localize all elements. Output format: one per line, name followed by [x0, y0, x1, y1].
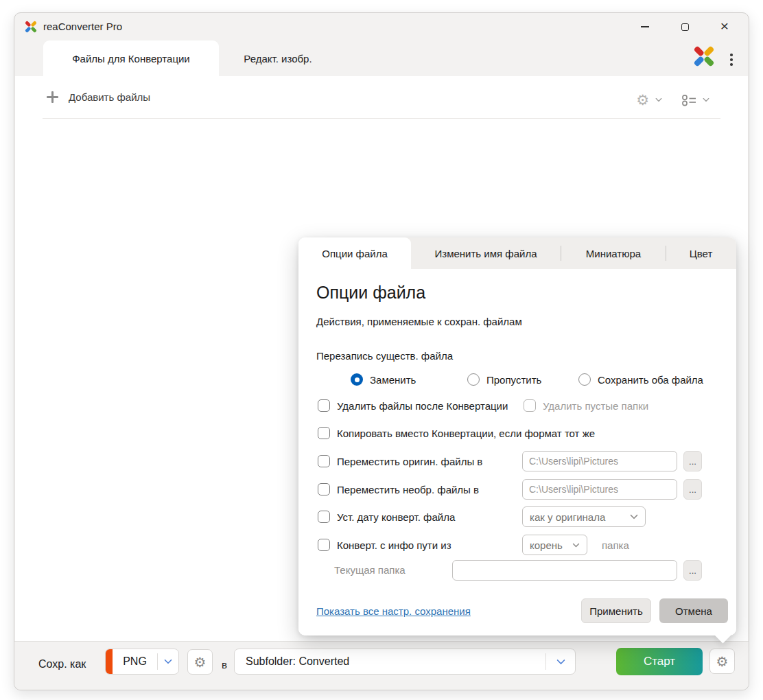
checkbox-move-original[interactable]: Переместить оригин. файлы в: [318, 455, 482, 467]
format-value: PNG: [113, 655, 157, 668]
move-unprocessed-path-input[interactable]: [522, 479, 677, 500]
show-all-save-settings-link[interactable]: Показать все настр. сохранения: [316, 605, 471, 617]
start-button[interactable]: Старт: [616, 648, 703, 675]
checkbox-set-date[interactable]: Уст. дату конверт. файла: [318, 511, 455, 523]
checkbox-icon: [318, 511, 330, 523]
chevron-down-icon[interactable]: [556, 659, 565, 665]
checkbox-icon: [318, 539, 330, 551]
radio-icon: [467, 373, 480, 386]
popover-tab-thumbnail[interactable]: Миниатюра: [561, 237, 666, 269]
browse-button[interactable]: ...: [683, 479, 702, 500]
plus-icon: [47, 91, 58, 103]
checkbox-icon: [318, 427, 330, 439]
radio-checked-icon: [351, 373, 363, 386]
tab-files-label: Файлы для Конвертации: [72, 53, 190, 65]
app-logo-icon: [23, 19, 38, 34]
current-folder-input[interactable]: [452, 560, 677, 581]
checkbox-convert-with-path[interactable]: Конверт. с инфо пути из: [318, 539, 451, 551]
popover-tab-strip: Опции файла Изменить имя файла Миниатюра…: [298, 237, 736, 269]
destination-value: Subfolder: Converted: [235, 655, 545, 668]
file-options-popover: Опции файла Изменить имя файла Миниатюра…: [298, 237, 736, 635]
gear-icon: ⚙: [716, 655, 729, 668]
tab-files-for-conversion[interactable]: Файлы для Конвертации: [43, 40, 219, 76]
tab-edit-images[interactable]: Редакт. изобр.: [219, 40, 337, 76]
add-files-label: Добавить файлы: [69, 91, 150, 103]
list-view-icon[interactable]: [681, 93, 696, 107]
path-suffix-label: папка: [602, 539, 629, 551]
app-window: reaConverter Pro × Файлы для Конвертации…: [14, 12, 749, 690]
current-folder-row: Текущая папка: [334, 564, 406, 576]
gear-icon: ⚙: [194, 655, 207, 669]
dialog-title: Опции файла: [316, 283, 425, 303]
close-button[interactable]: ×: [705, 14, 744, 39]
bottom-bar: Сохр. как PNG ⚙ в Subfolder: Converted С…: [14, 641, 749, 690]
save-as-label: Сохр. как: [38, 658, 86, 670]
chevron-down-icon[interactable]: [655, 97, 662, 102]
checkbox-delete-after-conversion[interactable]: Удалить файлы после Конвертации: [318, 399, 508, 412]
list-toolbar-right: ⚙: [636, 93, 709, 107]
tab-edit-label: Редакт. изобр.: [244, 53, 312, 65]
chevron-down-icon[interactable]: [164, 659, 172, 664]
popover-tab-rename[interactable]: Изменить имя файла: [411, 237, 561, 269]
chevron-down-icon[interactable]: [703, 97, 709, 102]
checkbox-icon: [318, 399, 330, 412]
list-settings-gear-icon[interactable]: ⚙: [636, 93, 649, 107]
cancel-button[interactable]: Отмена: [659, 598, 728, 623]
move-original-path-input[interactable]: [522, 451, 677, 471]
format-settings-button[interactable]: ⚙: [187, 649, 213, 675]
browse-button[interactable]: ...: [683, 560, 702, 581]
chevron-down-icon: [630, 514, 638, 520]
minimize-button[interactable]: [625, 14, 665, 39]
date-mode-select[interactable]: как у оригинала: [522, 506, 646, 527]
radio-keep-both[interactable]: Сохранить оба файла: [578, 373, 703, 386]
path-root-select[interactable]: корень: [522, 535, 587, 555]
maximize-button[interactable]: [665, 14, 705, 39]
popover-tab-file-options[interactable]: Опции файла: [298, 237, 411, 269]
add-files-button[interactable]: Добавить файлы: [47, 91, 150, 103]
window-controls: ×: [625, 14, 744, 39]
checkbox-move-unprocessed[interactable]: Переместить необр. файлы в: [318, 483, 479, 495]
overwrite-section-label: Перезапись существ. файла: [316, 350, 453, 362]
save-settings-button[interactable]: ⚙: [709, 649, 735, 674]
checkbox-copy-instead[interactable]: Копировать вместо Конвертации, если форм…: [318, 427, 595, 439]
chevron-down-icon: [572, 543, 580, 548]
maximize-icon: [681, 23, 689, 31]
checkbox-icon: [524, 399, 536, 412]
minimize-icon: [641, 26, 649, 27]
popover-body: Опции файла Действия, применяемые к сохр…: [298, 269, 736, 635]
title-bar: reaConverter Pro ×: [14, 13, 749, 40]
start-label: Старт: [644, 655, 675, 668]
checkbox-icon: [318, 483, 330, 495]
format-dropdown[interactable]: PNG: [105, 649, 179, 675]
popover-tab-color[interactable]: Цвет: [666, 237, 736, 269]
main-tab-strip: Файлы для Конвертации Редакт. изобр.: [14, 40, 749, 76]
close-icon: ×: [720, 19, 729, 33]
toolbar-separator: [43, 118, 720, 119]
format-color-strip: [106, 649, 113, 674]
window-title: reaConverter Pro: [43, 21, 122, 32]
overflow-menu-button[interactable]: [727, 49, 736, 70]
dialog-subtitle: Действия, применяемые к сохран. файлам: [316, 316, 522, 327]
radio-replace[interactable]: Заменить: [351, 373, 416, 386]
brand-logo-icon[interactable]: [691, 43, 717, 69]
radio-skip[interactable]: Пропустить: [467, 373, 541, 386]
browse-button[interactable]: ...: [683, 451, 702, 471]
radio-icon: [578, 373, 591, 386]
checkbox-icon: [318, 455, 330, 467]
destination-dropdown[interactable]: Subfolder: Converted: [234, 649, 576, 675]
checkbox-delete-empty-folders[interactable]: Удалить пустые папки: [524, 399, 648, 412]
in-label: в: [222, 659, 227, 670]
apply-button[interactable]: Применить: [581, 598, 651, 623]
